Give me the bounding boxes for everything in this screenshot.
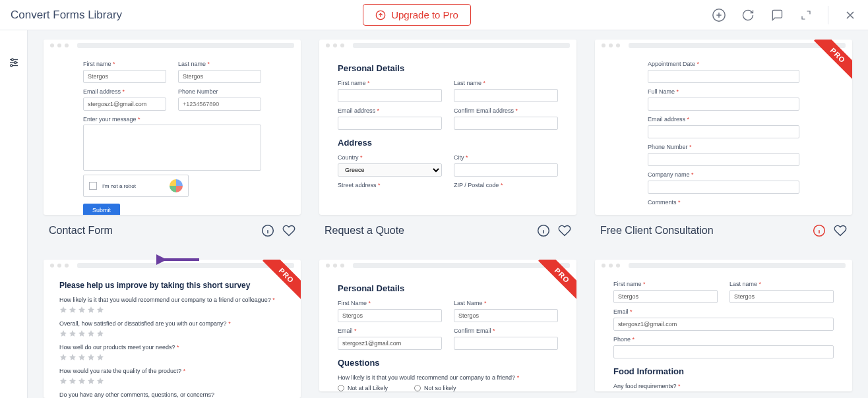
first-name-label: First name [83,61,111,67]
main-area: First name * Last name * Email address *… [0,30,868,398]
svg-point-5 [14,62,16,64]
radio-opt-2: Not so likely [414,385,456,391]
preview: PRO Personal Details First Name * Last N… [319,260,576,391]
card-title: Contact Form [49,225,113,237]
company-input [648,181,799,194]
topbar-actions [712,6,857,24]
section-heading-personal: Personal Details [338,63,558,73]
template-card-request-quote[interactable]: Personal Details First name * Last name … [319,40,576,241]
comments-label: Comments [648,199,677,206]
recaptcha: I'm not a robot [83,175,189,197]
email-input [83,98,166,111]
last-name-label: Last name [454,80,481,86]
expand-icon[interactable] [799,8,813,22]
star-rating [59,329,285,337]
browser-bar [319,40,576,51]
confirm-email-label: Confirm Email address [454,107,514,114]
fullname-label: Full Name [648,88,675,95]
info-icon[interactable] [813,224,826,237]
add-icon[interactable] [712,8,726,22]
section-heading-questions: Questions [338,358,558,368]
phone-label: Phone Number [648,144,688,150]
last-name-label: Last Name [454,300,483,306]
first-name-input [338,309,442,322]
close-icon[interactable] [843,8,857,22]
card-title: Request a Quote [325,225,404,237]
heart-icon[interactable] [834,224,847,237]
svg-point-7 [10,65,12,67]
preview: First name * Last name * Email address *… [44,40,301,215]
email-input [338,337,442,350]
last-name-input [178,70,261,83]
food-q1: Any food requirements? [613,383,677,389]
survey-q3: How well do our products meet your needs… [59,344,175,351]
template-card-nps[interactable]: PRO Personal Details First Name * Last N… [319,260,576,398]
phone-input [648,153,799,166]
sidebar [0,30,28,398]
template-card-contact-form[interactable]: First name * Last name * Email address *… [44,40,301,241]
first-name-input [613,290,718,303]
first-name-input [83,70,166,83]
email-input [648,125,799,138]
topbar: Convert Forms Library Upgrade to Pro [0,0,868,30]
first-name-input [338,89,442,102]
message-textarea [83,125,261,171]
caption: Request a Quote [319,215,576,241]
preview: PRO Please help us improve by taking thi… [44,260,301,398]
section-heading-food: Food Information [613,366,834,376]
info-icon[interactable] [261,224,274,237]
template-card-consultation[interactable]: PRO Appointment Date * Full Name * Email… [595,40,852,241]
first-name-label: First name [338,80,366,86]
caption: Contact Form [44,215,301,241]
heart-icon[interactable] [558,224,571,237]
message-label: Enter your message [83,116,137,123]
upload-icon [375,10,386,20]
recaptcha-icon [170,179,183,192]
template-card-food[interactable]: First name * Last name * Email * Phone *… [595,260,852,398]
survey-title: Please help us improve by taking this sh… [59,281,285,290]
phone-input [613,345,834,358]
section-heading-personal: Personal Details [338,283,558,293]
heart-icon[interactable] [282,224,295,237]
first-name-label: First Name [338,300,367,306]
country-label: Country [338,154,359,161]
last-name-input [454,309,558,322]
submit-button: Submit [83,204,120,215]
template-card-survey[interactable]: PRO Please help us improve by taking thi… [44,260,301,398]
comment-icon[interactable] [770,8,784,22]
pro-ribbon: PRO [255,260,301,306]
phone-label: Phone Number [178,88,261,95]
confirm-email-label: Confirm Email [454,327,491,334]
confirm-email-input [454,337,558,350]
email-label: Email [338,327,353,334]
survey-q1: How likely is it that you would recommen… [59,297,271,303]
refresh-icon[interactable] [741,8,755,22]
filter-icon[interactable] [8,57,20,398]
appt-input [648,70,799,83]
company-label: Company name [648,171,690,178]
nps-q1: How likely is it that you would recommen… [338,374,515,381]
browser-bar [44,40,301,51]
email-label: Email [613,308,629,315]
email-input [338,117,442,130]
street-label: Street address [338,182,377,188]
pro-ribbon: PRO [530,260,576,306]
radio-row: Not at all Likely Not so likely [338,385,558,391]
appt-label: Appointment Date [648,61,695,67]
last-name-label: Last name [729,281,757,287]
survey-q4: How would you rate the quality of the pr… [59,368,181,374]
svg-point-3 [11,59,13,61]
email-label: Email address [648,116,685,123]
city-label: City [454,154,464,161]
caption: Free Client Consultation [595,215,852,241]
survey-q5: Do you have any other comments, question… [59,391,285,398]
pro-ribbon: PRO [806,40,852,86]
preview: Personal Details First name * Last name … [319,40,576,215]
radio-opt-1: Not at all Likely [338,385,388,391]
page-title: Convert Forms Library [11,9,122,22]
survey-q2: Overall, how satisfied or dissatisfied a… [59,320,227,327]
upgrade-to-pro-button[interactable]: Upgrade to Pro [363,4,471,26]
email-label: Email address [83,88,121,95]
info-icon[interactable] [537,224,550,237]
captcha-label: I'm not a robot [102,183,136,189]
